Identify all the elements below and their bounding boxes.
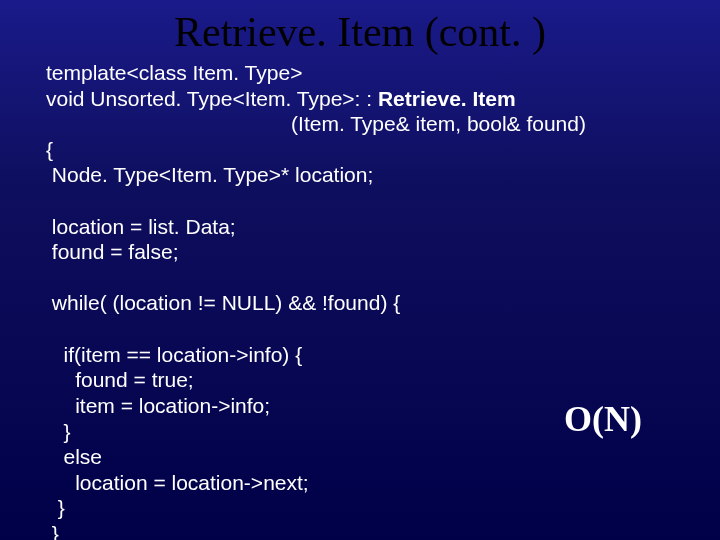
code-method-name: Retrieve. Item bbox=[378, 87, 516, 110]
code-line: item = location->info; bbox=[46, 394, 270, 417]
code-line: } bbox=[46, 496, 65, 519]
code-line: Node. Type<Item. Type>* location; bbox=[46, 163, 373, 186]
code-line: if(item == location->info) { bbox=[46, 343, 302, 366]
code-block: template<class Item. Type> void Unsorted… bbox=[0, 60, 720, 540]
code-line: } bbox=[46, 420, 71, 443]
code-line: { bbox=[46, 138, 53, 161]
complexity-annotation: O(N) bbox=[564, 398, 642, 440]
code-line: location = location->next; bbox=[46, 471, 309, 494]
slide-title: Retrieve. Item (cont. ) bbox=[0, 0, 720, 60]
code-line: location = list. Data; bbox=[46, 215, 236, 238]
code-line: while( (location != NULL) && !found) { bbox=[46, 291, 400, 314]
code-line: found = true; bbox=[46, 368, 194, 391]
code-line: void Unsorted. Type<Item. Type>: : bbox=[46, 87, 378, 110]
code-line: (Item. Type& item, bool& found) bbox=[46, 112, 586, 135]
code-line: } bbox=[46, 522, 59, 540]
code-line: template<class Item. Type> bbox=[46, 61, 302, 84]
code-line: else bbox=[46, 445, 102, 468]
code-line: found = false; bbox=[46, 240, 179, 263]
